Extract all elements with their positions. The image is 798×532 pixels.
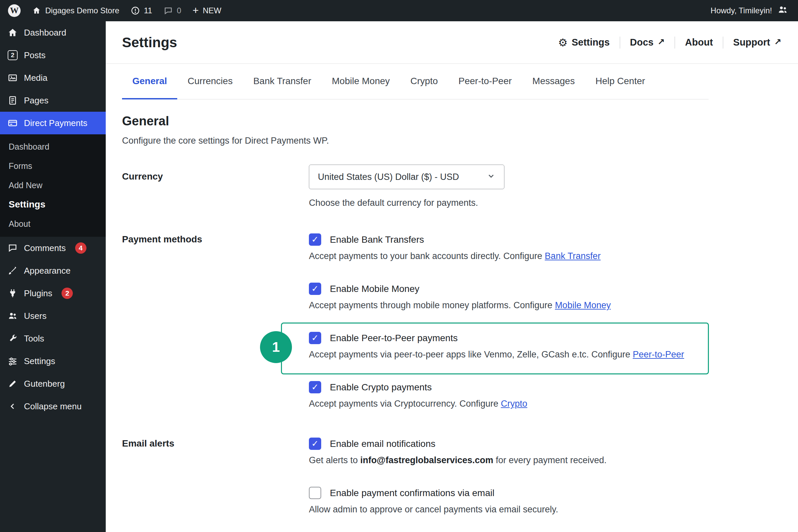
direct-payments-submenu: Dashboard Forms Add New Settings About: [0, 134, 106, 237]
page-title: Settings: [122, 35, 177, 51]
check-icon: ✓: [311, 284, 319, 294]
sidebar-item-posts[interactable]: 2 Posts: [0, 44, 106, 66]
sidebar-item-label: Pages: [24, 95, 49, 106]
submenu-item-add-new[interactable]: Add New: [0, 175, 106, 195]
sidebar-item-users[interactable]: Users: [0, 305, 106, 327]
tab-messages[interactable]: Messages: [522, 64, 585, 99]
tab-peer-to-peer[interactable]: Peer-to-Peer: [448, 64, 522, 99]
email-notifications-description: Get alerts to info@fastreglobalservices.…: [309, 455, 708, 466]
header-about-label: About: [685, 37, 713, 48]
peer-to-peer-checkbox[interactable]: ✓: [309, 332, 321, 344]
email-alerts-row: Email alerts ✓ Enable email notification…: [122, 438, 708, 532]
site-name-label: Digages Demo Store: [45, 6, 119, 15]
crypto-checkbox[interactable]: ✓: [309, 381, 321, 393]
check-icon: ✓: [311, 234, 319, 245]
chevron-left-icon: [7, 402, 18, 411]
external-link-icon: ↗: [774, 37, 781, 47]
sidebar-item-media[interactable]: Media: [0, 66, 106, 89]
sidebar-item-label: Tools: [24, 334, 44, 344]
collapse-menu-button[interactable]: Collapse menu: [0, 395, 106, 418]
currency-label: Currency: [122, 165, 309, 208]
home-icon: [7, 27, 18, 38]
payments-icon: [7, 118, 18, 128]
bank-transfer-link[interactable]: Bank Transfer: [545, 251, 601, 261]
payment-confirmations-description: Allow admin to approve or cancel payment…: [309, 505, 708, 515]
sidebar-item-gutenberg[interactable]: Gutenberg: [0, 373, 106, 395]
check-icon: ✓: [311, 333, 319, 343]
currency-row: Currency United States (US) Dollar ($) -…: [122, 165, 708, 208]
sidebar-item-direct-payments[interactable]: Direct Payments: [0, 112, 106, 134]
comments-indicator[interactable]: 0: [164, 6, 181, 15]
crypto-link[interactable]: Crypto: [501, 399, 527, 408]
description-text: Allow admin to approve or cancel payment…: [309, 505, 558, 514]
submenu-item-dashboard[interactable]: Dashboard: [0, 137, 106, 156]
sidebar-item-label: Plugins: [24, 288, 52, 299]
wordpress-logo-icon[interactable]: W: [8, 4, 21, 17]
pages-icon: [7, 95, 18, 106]
bank-transfers-option: ✓ Enable Bank Transfers Accept payments …: [309, 233, 708, 261]
payment-confirmations-checkbox[interactable]: [309, 487, 321, 499]
submenu-item-settings-current[interactable]: Settings: [0, 195, 106, 214]
header-docs-link[interactable]: Docs ↗: [630, 37, 665, 48]
sidebar-item-plugins[interactable]: Plugins 2: [0, 282, 106, 305]
currency-select-value: United States (US) Dollar ($) - USD: [318, 172, 459, 182]
settings-tabs: General Currencies Bank Transfer Mobile …: [122, 64, 708, 99]
sidebar-item-appearance[interactable]: Appearance: [0, 259, 106, 282]
tab-help-center[interactable]: Help Center: [585, 64, 656, 99]
appearance-icon: [7, 266, 18, 276]
currency-select[interactable]: United States (US) Dollar ($) - USD: [309, 165, 505, 189]
comments-count-badge: 4: [75, 242, 87, 254]
sidebar-item-label: Collapse menu: [24, 401, 81, 412]
email-notifications-label: Enable email notifications: [330, 439, 436, 449]
email-notifications-checkbox[interactable]: ✓: [309, 438, 321, 450]
submenu-item-about[interactable]: About: [0, 214, 106, 233]
mobile-money-checkbox[interactable]: ✓: [309, 283, 321, 295]
bank-transfers-label: Enable Bank Transfers: [330, 234, 424, 245]
description-text: Accept payments through mobile money pla…: [309, 300, 555, 310]
mobile-money-description: Accept payments through mobile money pla…: [309, 300, 708, 310]
bank-transfers-description: Accept payments to your bank accounts di…: [309, 251, 708, 261]
sidebar-item-label: Media: [24, 73, 48, 83]
divider: [674, 37, 675, 49]
payment-confirmations-label: Enable payment confirmations via email: [330, 488, 494, 498]
tab-mobile-money[interactable]: Mobile Money: [322, 64, 400, 99]
check-icon: ✓: [311, 439, 319, 449]
sidebar-item-label: Gutenberg: [24, 379, 65, 389]
description-text: Accept payments via Cryptocurrency. Conf…: [309, 399, 501, 408]
sidebar-item-comments[interactable]: Comments 4: [0, 237, 106, 259]
sidebar-item-label: Dashboard: [24, 27, 66, 38]
tab-crypto[interactable]: Crypto: [400, 64, 448, 99]
description-text: Accept payments via peer-to-peer apps li…: [309, 349, 633, 359]
external-link-icon: ↗: [658, 37, 665, 47]
submenu-item-forms[interactable]: Forms: [0, 156, 106, 175]
tab-bank-transfer[interactable]: Bank Transfer: [243, 64, 322, 99]
header-support-link[interactable]: Support ↗: [733, 37, 781, 48]
sidebar-item-pages[interactable]: Pages: [0, 89, 106, 112]
header-settings-link[interactable]: ⚙ Settings: [558, 37, 609, 48]
notification-email-address: info@fastreglobalservices.com: [360, 455, 493, 465]
sidebar-item-label: Appearance: [24, 266, 71, 276]
mobile-money-link[interactable]: Mobile Money: [555, 300, 611, 310]
alerts-indicator[interactable]: 11: [131, 6, 152, 15]
tab-currencies[interactable]: Currencies: [177, 64, 243, 99]
gear-icon: ⚙: [558, 37, 568, 48]
tab-general[interactable]: General: [122, 64, 177, 99]
sidebar-item-tools[interactable]: Tools: [0, 327, 106, 350]
header-about-link[interactable]: About: [685, 37, 713, 48]
email-alerts-label: Email alerts: [122, 438, 309, 532]
peer-to-peer-option: 1 ✓ Enable Peer-to-Peer payments Accept …: [309, 332, 708, 360]
bank-transfers-checkbox[interactable]: ✓: [309, 233, 321, 246]
howdy-greeting[interactable]: Howdy, Timileyin!: [710, 6, 772, 15]
sidebar-item-dashboard[interactable]: Dashboard: [0, 21, 106, 44]
posts-icon: 2: [7, 50, 18, 60]
sidebar-item-settings[interactable]: Settings: [0, 350, 106, 373]
header-settings-label: Settings: [572, 37, 609, 48]
users-icon: [777, 4, 788, 17]
settings-icon: [7, 356, 18, 366]
peer-to-peer-link[interactable]: Peer-to-Peer: [633, 349, 684, 359]
site-name-link[interactable]: Digages Demo Store: [32, 6, 119, 15]
media-icon: [7, 73, 18, 83]
users-icon: [7, 311, 18, 321]
payment-confirmations-option: Enable payment confirmations via email A…: [309, 487, 708, 515]
new-content-button[interactable]: + NEW: [192, 6, 222, 16]
